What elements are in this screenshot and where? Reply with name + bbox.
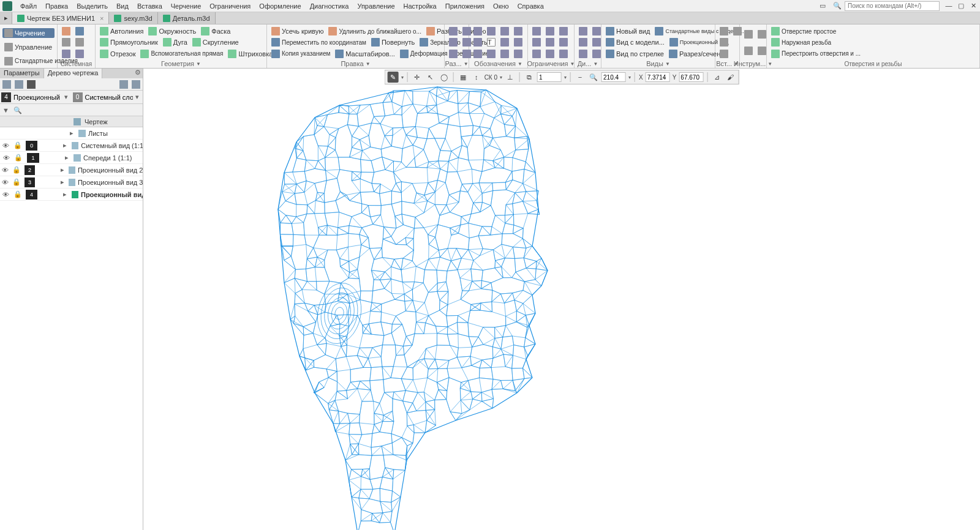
move-button[interactable]: Переместить по координатам [270, 37, 368, 47]
trim-button[interactable]: Усечь кривую [270, 26, 325, 36]
y-input[interactable] [679, 72, 703, 82]
diag4[interactable] [590, 37, 603, 47]
expand-icon[interactable]: ▸ [61, 166, 66, 174]
ann7[interactable] [499, 37, 511, 47]
menu-manage[interactable]: Управление [353, 1, 399, 11]
undo-button[interactable] [60, 49, 72, 59]
preview-button[interactable] [74, 37, 86, 47]
expand-icon[interactable]: ▸ [63, 141, 69, 149]
eye-icon[interactable]: 👁 [0, 191, 12, 198]
ann2[interactable] [485, 26, 497, 36]
menu-apps[interactable]: Приложения [441, 1, 489, 11]
tab-toggle[interactable]: ▸ [0, 12, 12, 24]
copy-button[interactable]: Копия указанием [270, 49, 332, 59]
modelview-button[interactable]: Вид с модели... [604, 37, 666, 47]
chamfer-button[interactable]: Фаска [199, 26, 232, 36]
menu-file[interactable]: Файл [16, 1, 41, 11]
rotate-button[interactable]: Повернуть [369, 37, 417, 47]
tree-search-input[interactable] [24, 106, 140, 113]
ann12[interactable] [512, 49, 524, 59]
menu-constraints[interactable]: Ограничения [205, 1, 255, 11]
con4[interactable] [530, 37, 543, 47]
redo-button[interactable] [74, 49, 86, 59]
tree-node-proj-active[interactable]: 👁 🔒 4 ▸ Проекционный вид [0, 188, 143, 201]
con7[interactable] [530, 49, 543, 59]
lock-icon[interactable]: 🔒 [11, 166, 22, 174]
ann3[interactable] [499, 26, 511, 36]
ins1[interactable] [718, 26, 730, 36]
expand-icon[interactable]: ▸ [63, 190, 69, 198]
newview-button[interactable]: Новый вид [604, 26, 652, 36]
con9[interactable] [557, 49, 570, 59]
circle-button[interactable]: Окружность [146, 26, 198, 36]
menu-help[interactable]: Справка [513, 1, 548, 11]
fillet-button[interactable]: Скругление [190, 37, 241, 47]
con2[interactable] [544, 26, 556, 36]
zoom-input[interactable] [601, 72, 626, 82]
menu-select[interactable]: Выделить [72, 1, 112, 11]
menu-annotation[interactable]: Оформление [255, 1, 305, 11]
menu-insert[interactable]: Вставка [133, 1, 167, 11]
print-button[interactable] [60, 37, 72, 47]
expand-icon[interactable]: ▸ [65, 154, 71, 162]
brush-icon[interactable]: 🖌 [725, 72, 736, 83]
arrowview-button[interactable]: Вид по стрелке [604, 49, 666, 59]
expand-icon[interactable]: ▸ [70, 129, 76, 137]
con8[interactable] [544, 49, 556, 59]
zoom-icon[interactable]: 🔍 [588, 72, 599, 83]
tree-header[interactable]: Чертеж [0, 116, 143, 127]
auxline-button[interactable]: Вспомогательная прямая [138, 49, 225, 59]
con6[interactable] [557, 37, 570, 47]
tree-node-sysview[interactable]: 👁 🔒 0 ▸ Системный вид (1:1) [0, 140, 143, 152]
eye-icon[interactable]: 👁 [0, 179, 11, 186]
lock-icon[interactable]: 🔒 [12, 190, 23, 198]
measure-icon[interactable]: ⊿ [711, 72, 722, 83]
ann9[interactable] [472, 49, 484, 59]
tool4[interactable] [756, 46, 768, 56]
diag2[interactable] [590, 26, 603, 36]
con3[interactable] [557, 26, 570, 36]
mode-drawing[interactable]: Черчение [2, 28, 55, 38]
ins4[interactable] [718, 49, 730, 59]
diag5[interactable] [577, 49, 589, 59]
save-button[interactable] [74, 26, 86, 36]
minimize-button[interactable]: — [944, 2, 953, 10]
snap-icon[interactable]: ✛ [412, 72, 423, 83]
panel-tab-tree[interactable]: Дерево чертежа [44, 69, 103, 78]
lock-icon[interactable]: 🔒 [11, 178, 22, 186]
rect-button[interactable]: Прямоугольник [98, 37, 160, 47]
drawing-canvas[interactable]: ✎▾ ✛ ↖ ◯ ▦ ↕ СК 0▾ ⊥ ⧉ ▾ − 🔍 ▾ X Y ⊿ 🖌 [143, 69, 980, 530]
ann1[interactable] [472, 26, 484, 36]
diag3[interactable] [577, 37, 589, 47]
dim1[interactable] [447, 26, 459, 36]
zoom-out-icon[interactable]: − [575, 72, 586, 83]
rebuild-button[interactable]: Перестроить отверстия и ... [769, 49, 862, 59]
ortho-icon[interactable]: ⊥ [505, 72, 516, 83]
panel-tab-params[interactable]: Параметры [0, 69, 44, 78]
search-icon[interactable]: 🔍 [832, 1, 842, 11]
menu-edit[interactable]: Правка [41, 1, 72, 11]
gear-icon[interactable]: ⚙ [133, 69, 143, 78]
tree-node-front[interactable]: 👁 🔒 1 ▸ Спереди 1 (1:1) [0, 152, 143, 164]
ann4[interactable] [512, 26, 524, 36]
tab-detail[interactable]: Деталь.m3d [158, 12, 216, 24]
mode-manage[interactable]: Управление [2, 42, 54, 52]
tree-node-proj2[interactable]: 👁 🔒 2 ▸ Проекционный вид 2 (1 [0, 164, 143, 176]
eye-icon[interactable]: 👁 [0, 142, 12, 149]
menu-drawing[interactable]: Черчение [167, 1, 206, 11]
menu-diag[interactable]: Диагностика [306, 1, 353, 11]
pencil-icon[interactable]: ✎ [388, 72, 399, 83]
hole-button[interactable]: Отверстие простое [769, 26, 838, 36]
eye-icon[interactable]: 👁 [0, 166, 11, 174]
snap-icon[interactable]: ↖ [425, 72, 436, 83]
tool2[interactable] [756, 29, 768, 39]
diag6[interactable] [590, 49, 603, 59]
toolbar-icon[interactable] [27, 80, 36, 89]
tool1[interactable] [742, 29, 755, 39]
scale-button[interactable]: Масштабиров... [333, 49, 396, 59]
dim5[interactable] [447, 49, 459, 59]
lock-icon[interactable]: 🔒 [12, 141, 23, 149]
extend-button[interactable]: Удлинить до ближайшего о... [326, 26, 423, 36]
ann10[interactable] [485, 49, 497, 59]
snap-icon[interactable]: ◯ [439, 72, 450, 83]
